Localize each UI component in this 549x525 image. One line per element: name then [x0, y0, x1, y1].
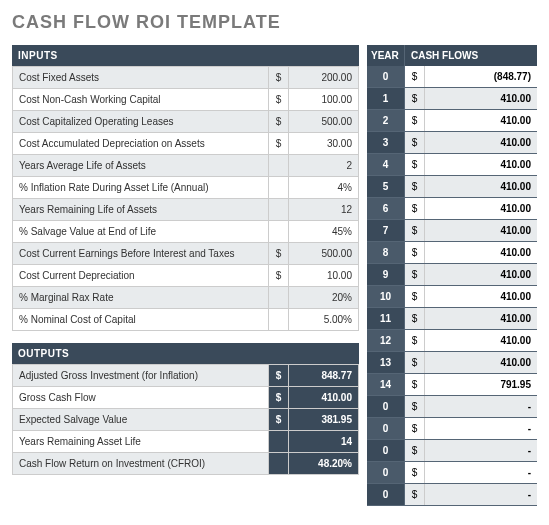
outputs-table: Adjusted Gross Investment (for Inflation…	[12, 364, 359, 475]
input-label: % Salvage Value at End of Life	[13, 221, 269, 243]
cashflow-row: 12$410.00	[367, 330, 537, 352]
cashflow-year: 7	[367, 220, 405, 241]
currency-symbol: $	[405, 110, 425, 131]
outputs-header: OUTPUTS	[12, 343, 359, 364]
cashflow-row: 13$410.00	[367, 352, 537, 374]
currency-symbol	[269, 177, 289, 199]
input-value: 30.00	[289, 133, 359, 155]
input-label: % Marginal Rax Rate	[13, 287, 269, 309]
input-label: Years Remaining Life of Assets	[13, 199, 269, 221]
cashflow-row: 6$410.00	[367, 198, 537, 220]
cashflow-year: 14	[367, 374, 405, 395]
currency-symbol: $	[269, 387, 289, 409]
cashflow-year: 8	[367, 242, 405, 263]
currency-symbol	[269, 287, 289, 309]
input-label: Cost Capitalized Operating Leases	[13, 111, 269, 133]
input-label: Years Average Life of Assets	[13, 155, 269, 177]
cashflow-value: 410.00	[425, 110, 537, 131]
cashflow-year: 1	[367, 88, 405, 109]
output-value: 381.95	[289, 409, 359, 431]
cashflow-row: 5$410.00	[367, 176, 537, 198]
currency-symbol: $	[269, 111, 289, 133]
output-label: Cash Flow Return on Investment (CFROI)	[13, 453, 269, 475]
cashflows-column-header: CASH FLOWS	[405, 45, 537, 66]
cashflow-value: 410.00	[425, 132, 537, 153]
page-title: CASH FLOW ROI TEMPLATE	[12, 12, 537, 33]
cashflow-value: 410.00	[425, 264, 537, 285]
currency-symbol: $	[405, 132, 425, 153]
input-value: 2	[289, 155, 359, 177]
cashflow-row: 0$-	[367, 440, 537, 462]
input-value: 20%	[289, 287, 359, 309]
table-row: Cash Flow Return on Investment (CFROI)48…	[13, 453, 359, 475]
cashflow-year: 0	[367, 440, 405, 461]
currency-symbol: $	[405, 264, 425, 285]
currency-symbol: $	[269, 365, 289, 387]
cashflow-value: 410.00	[425, 308, 537, 329]
currency-symbol: $	[269, 133, 289, 155]
output-value: 14	[289, 431, 359, 453]
cashflow-year: 0	[367, 66, 405, 87]
inputs-header: INPUTS	[12, 45, 359, 66]
cashflow-year: 11	[367, 308, 405, 329]
cashflow-value: -	[425, 396, 537, 417]
currency-symbol	[269, 431, 289, 453]
cashflow-year: 10	[367, 286, 405, 307]
output-label: Adjusted Gross Investment (for Inflation…	[13, 365, 269, 387]
cashflow-row: 10$410.00	[367, 286, 537, 308]
cashflow-year: 0	[367, 484, 405, 505]
currency-symbol: $	[405, 154, 425, 175]
cashflow-row: 0$(848.77)	[367, 66, 537, 88]
cashflow-year: 2	[367, 110, 405, 131]
currency-symbol: $	[405, 418, 425, 439]
output-value: 410.00	[289, 387, 359, 409]
cashflow-value: -	[425, 484, 537, 505]
cashflow-row: 7$410.00	[367, 220, 537, 242]
table-row: % Nominal Cost of Capital5.00%	[13, 309, 359, 331]
currency-symbol: $	[269, 409, 289, 431]
cashflow-year: 0	[367, 418, 405, 439]
cashflow-row: 2$410.00	[367, 110, 537, 132]
cashflow-value: 410.00	[425, 352, 537, 373]
currency-symbol: $	[405, 66, 425, 87]
table-row: % Inflation Rate During Asset Life (Annu…	[13, 177, 359, 199]
currency-symbol: $	[405, 242, 425, 263]
table-row: Cost Current Depreciation$10.00	[13, 265, 359, 287]
currency-symbol: $	[269, 67, 289, 89]
cashflow-value: 791.95	[425, 374, 537, 395]
inputs-table: Cost Fixed Assets$200.00Cost Non-Cash Wo…	[12, 66, 359, 331]
input-value: 5.00%	[289, 309, 359, 331]
table-row: Expected Salvage Value$381.95	[13, 409, 359, 431]
cashflow-value: 410.00	[425, 88, 537, 109]
input-value: 200.00	[289, 67, 359, 89]
input-label: Cost Non-Cash Working Capital	[13, 89, 269, 111]
currency-symbol: $	[405, 220, 425, 241]
currency-symbol: $	[405, 352, 425, 373]
currency-symbol: $	[269, 265, 289, 287]
cashflow-value: (848.77)	[425, 66, 537, 87]
cashflow-year: 4	[367, 154, 405, 175]
input-value: 45%	[289, 221, 359, 243]
cashflow-header: YEAR CASH FLOWS	[367, 45, 537, 66]
table-row: Cost Non-Cash Working Capital$100.00	[13, 89, 359, 111]
table-row: Cost Current Earnings Before Interest an…	[13, 243, 359, 265]
currency-symbol: $	[405, 176, 425, 197]
table-row: Years Remaining Life of Assets12	[13, 199, 359, 221]
cashflow-year: 5	[367, 176, 405, 197]
cashflow-year: 0	[367, 462, 405, 483]
cashflow-value: 410.00	[425, 242, 537, 263]
input-value: 500.00	[289, 111, 359, 133]
table-row: Cost Capitalized Operating Leases$500.00	[13, 111, 359, 133]
cashflow-value: -	[425, 418, 537, 439]
cashflow-table: 0$(848.77)1$410.002$410.003$410.004$410.…	[367, 66, 537, 506]
cashflow-row: 0$-	[367, 462, 537, 484]
currency-symbol: $	[405, 484, 425, 505]
cashflow-row: 4$410.00	[367, 154, 537, 176]
cashflow-value: 410.00	[425, 198, 537, 219]
cashflow-year: 9	[367, 264, 405, 285]
input-value: 4%	[289, 177, 359, 199]
cashflow-value: -	[425, 462, 537, 483]
currency-symbol: $	[405, 286, 425, 307]
cashflow-row: 11$410.00	[367, 308, 537, 330]
cashflow-value: 410.00	[425, 220, 537, 241]
